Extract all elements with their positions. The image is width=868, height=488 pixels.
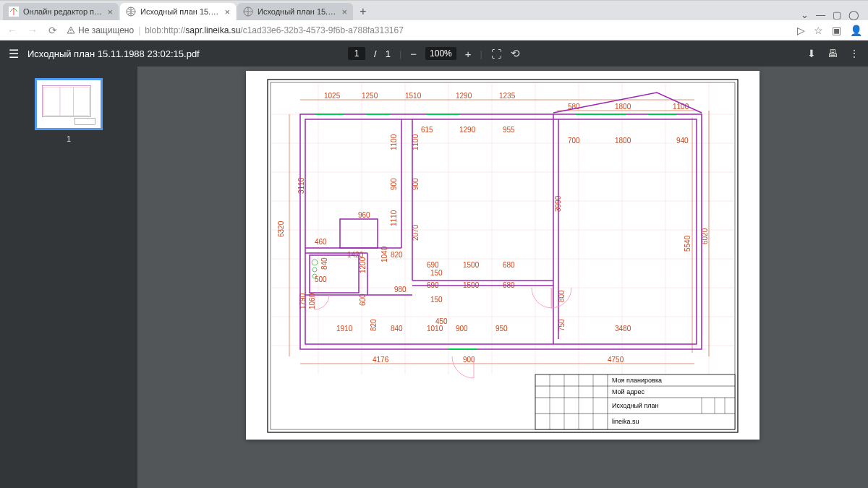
svg-text:950: 950 <box>495 325 508 333</box>
browser-tab-1[interactable]: Онлайн редактор планиро × <box>3 3 119 20</box>
svg-text:6320: 6320 <box>277 221 285 237</box>
svg-rect-9 <box>75 118 95 124</box>
svg-text:4176: 4176 <box>373 356 389 364</box>
url-actions: ▷ ☆ ▣ 👤 <box>797 25 862 36</box>
pdf-filename: Исходный план 15.11.1988 23:02:15.pdf <box>27 48 200 59</box>
svg-text:615: 615 <box>421 126 433 134</box>
svg-rect-96 <box>305 119 697 344</box>
url-bar: ← → ⟳ Не защищено | blob:http://sapr.lin… <box>0 20 868 40</box>
zoom-out-button[interactable]: − <box>410 48 417 60</box>
close-icon[interactable]: × <box>224 7 230 17</box>
svg-text:1100: 1100 <box>390 134 398 150</box>
warning-icon <box>67 26 75 35</box>
tab-title: Онлайн редактор планиро <box>23 7 103 16</box>
pdf-toolbar-center: 1 / 1 | − 100% + | ⛶ ⟲ <box>348 47 520 60</box>
page-viewport[interactable]: 1025 1250 1510 1290 1235 580 1800 1100 6… <box>137 67 868 488</box>
svg-text:900: 900 <box>390 178 398 190</box>
svg-rect-6 <box>44 87 90 116</box>
chevron-down-icon[interactable]: ⌄ <box>801 9 809 20</box>
fit-page-button[interactable]: ⛶ <box>491 48 502 60</box>
svg-rect-4 <box>71 32 72 33</box>
rotate-button[interactable]: ⟲ <box>511 47 520 60</box>
svg-text:820: 820 <box>391 251 403 259</box>
svg-text:5540: 5540 <box>684 235 692 252</box>
current-page-input[interactable]: 1 <box>348 47 365 60</box>
svg-text:1290: 1290 <box>459 126 476 134</box>
minimize-icon[interactable]: ― <box>816 9 825 20</box>
svg-text:1200: 1200 <box>359 257 367 273</box>
forward-button[interactable]: → <box>26 25 39 36</box>
svg-rect-3 <box>71 29 72 31</box>
total-pages: 1 <box>386 48 391 59</box>
url-field[interactable]: Не защищено | blob:http://sapr.lineika.s… <box>67 25 404 35</box>
svg-point-115 <box>312 260 318 265</box>
svg-text:1800: 1800 <box>615 103 631 111</box>
new-tab-button[interactable]: + <box>354 3 372 20</box>
thumbnail-sidebar: 1 <box>0 67 137 488</box>
svg-text:1800: 1800 <box>615 137 631 145</box>
send-icon[interactable]: ▷ <box>797 25 805 36</box>
floor-plan-drawing: 1025 1250 1510 1290 1235 580 1800 1100 6… <box>246 71 760 440</box>
security-text: Не защищено <box>78 25 134 35</box>
security-badge: Не защищено <box>67 25 134 35</box>
download-icon[interactable]: ⬇ <box>807 48 816 59</box>
tab-title: Исходный план 15.11.1988 <box>258 7 337 16</box>
browser-tab-strip: Онлайн редактор планиро × Исходный план … <box>0 0 868 20</box>
svg-rect-107 <box>340 219 378 248</box>
svg-text:1235: 1235 <box>499 92 516 100</box>
svg-text:960: 960 <box>358 211 370 219</box>
svg-text:980: 980 <box>394 286 407 294</box>
zoom-level[interactable]: 100% <box>425 47 456 60</box>
svg-text:Мой адрес: Мой адрес <box>612 388 644 395</box>
svg-rect-95 <box>300 114 702 349</box>
pdf-page: 1025 1250 1510 1290 1235 580 1800 1100 6… <box>246 71 760 440</box>
svg-text:900: 900 <box>456 325 468 333</box>
close-icon[interactable]: × <box>341 7 347 17</box>
svg-text:680: 680 <box>503 261 515 269</box>
favicon-globe <box>126 7 136 17</box>
svg-text:840: 840 <box>391 325 403 333</box>
thumbnail-preview <box>40 83 98 127</box>
profile-icon[interactable]: 👤 <box>850 25 862 36</box>
print-icon[interactable]: 🖶 <box>827 48 838 59</box>
more-icon[interactable]: ⋮ <box>849 48 859 59</box>
bookmark-icon[interactable]: ☆ <box>814 25 823 36</box>
browser-tab-2[interactable]: Исходный план 15.11.1988 × <box>120 3 236 20</box>
browser-tab-3[interactable]: Исходный план 15.11.1988 × <box>237 3 353 20</box>
svg-text:690: 690 <box>427 261 439 269</box>
svg-text:955: 955 <box>503 126 515 134</box>
back-button[interactable]: ← <box>6 25 19 36</box>
svg-text:150: 150 <box>430 296 443 304</box>
url-text: blob:http://sapr.lineika.su/c1ad33e6-32b… <box>145 25 404 35</box>
menu-icon[interactable]: ☰ <box>9 47 19 61</box>
profile-icon[interactable]: ◯ <box>848 9 859 20</box>
svg-text:1910: 1910 <box>336 325 353 333</box>
reload-button[interactable]: ⟳ <box>46 25 59 36</box>
svg-text:900: 900 <box>463 356 475 364</box>
window-controls: ⌄ ― ▢ ◯ <box>801 9 865 20</box>
favicon-globe <box>243 7 253 17</box>
restore-icon[interactable]: ▢ <box>833 9 841 20</box>
close-icon[interactable]: × <box>107 7 113 17</box>
svg-text:1250: 1250 <box>362 92 378 100</box>
svg-text:840: 840 <box>320 257 328 270</box>
svg-text:Исходный план: Исходный план <box>612 402 659 409</box>
svg-text:3110: 3110 <box>297 177 305 194</box>
svg-text:Моя планировка: Моя планировка <box>612 377 662 384</box>
svg-text:1290: 1290 <box>456 92 472 100</box>
tab-title: Исходный план 15.11.1988 <box>140 7 220 16</box>
page-thumbnail-1[interactable] <box>35 78 103 130</box>
pdf-toolbar: ☰ Исходный план 15.11.1988 23:02:15.pdf … <box>0 40 868 67</box>
svg-text:460: 460 <box>315 238 327 246</box>
pdf-content: 1 <box>0 67 868 488</box>
svg-text:940: 940 <box>676 137 689 145</box>
extensions-icon[interactable]: ▣ <box>832 25 841 36</box>
page-separator: / <box>374 48 377 59</box>
svg-rect-5 <box>43 86 91 117</box>
svg-text:1510: 1510 <box>405 92 422 100</box>
svg-text:1010: 1010 <box>427 325 443 333</box>
favicon-editor <box>9 7 19 17</box>
svg-text:1025: 1025 <box>324 92 341 100</box>
zoom-in-button[interactable]: + <box>465 48 472 60</box>
svg-point-116 <box>312 267 317 272</box>
